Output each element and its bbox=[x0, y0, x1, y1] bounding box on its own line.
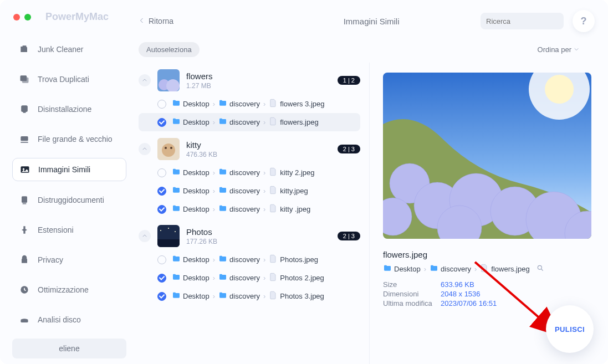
file-name: Photos 2.jpeg bbox=[280, 274, 324, 282]
file-row[interactable]: Desktop›discovery›kitty.jpeg bbox=[139, 182, 360, 200]
file-row[interactable]: Desktop›discovery›flowers.jpeg bbox=[139, 113, 360, 131]
path-file: flowers.jpeg bbox=[491, 265, 529, 273]
collapse-toggle-icon[interactable] bbox=[139, 143, 151, 155]
zoom-window-icon[interactable] bbox=[24, 14, 31, 20]
path-seg: discovery bbox=[441, 265, 471, 273]
select-checkbox[interactable] bbox=[157, 118, 166, 127]
sidebar-item-label: Disinstallazione bbox=[38, 105, 91, 114]
search-box[interactable] bbox=[481, 13, 564, 29]
file-icon bbox=[269, 117, 278, 127]
page-title: Immagini Simili bbox=[271, 17, 472, 26]
sidebar-item-label: Privacy bbox=[38, 255, 63, 264]
collapse-toggle-icon[interactable] bbox=[139, 230, 151, 242]
sidebar-item-label: Ottimizzazione bbox=[38, 285, 89, 294]
result-group: Photos 177.26 KB 2 | 3 Desktop›discovery… bbox=[139, 218, 369, 305]
group-count-badge: 1 | 2 bbox=[338, 76, 360, 85]
file-row[interactable]: Desktop›discovery›Photos 2.jpeg bbox=[139, 269, 360, 287]
meta-mod-label: Ultima modifica bbox=[383, 299, 441, 307]
path-seg: Desktop bbox=[183, 187, 210, 195]
select-checkbox[interactable] bbox=[157, 292, 166, 301]
sort-by-button[interactable]: Ordina per bbox=[538, 45, 579, 54]
sidebar-item[interactable]: Disinstallazione bbox=[12, 98, 126, 120]
group-header[interactable]: flowers 1.27 MB 1 | 2 bbox=[139, 63, 360, 95]
svg-point-21 bbox=[160, 230, 161, 231]
meta-size-value: 633.96 KB bbox=[441, 280, 474, 289]
nav-icon bbox=[19, 164, 30, 175]
sidebar-item[interactable]: Trova Duplicati bbox=[12, 68, 126, 90]
folder-icon bbox=[218, 204, 227, 214]
file-name: kitty 2.jpeg bbox=[280, 168, 314, 177]
sidebar-item[interactable]: Privacy bbox=[12, 249, 126, 271]
file-icon bbox=[269, 204, 278, 214]
file-name: kitty.jpeg bbox=[280, 187, 308, 195]
group-thumbnail bbox=[157, 138, 180, 160]
file-row[interactable]: Desktop›discovery›Photos 3.jpeg bbox=[139, 287, 360, 305]
nav-icon bbox=[19, 194, 30, 206]
sidebar-item-label: File grande & vecchio bbox=[38, 135, 113, 143]
nav-icon bbox=[19, 254, 30, 265]
file-name: flowers.jpeg bbox=[280, 118, 318, 126]
close-window-icon[interactable] bbox=[13, 14, 20, 20]
group-name: Photos bbox=[186, 227, 331, 237]
select-checkbox[interactable] bbox=[157, 255, 166, 264]
path-seg: Desktop bbox=[183, 100, 210, 108]
path-seg: Desktop bbox=[394, 265, 421, 273]
folder-icon bbox=[218, 117, 227, 127]
clean-button[interactable]: PULISCI bbox=[546, 305, 594, 353]
sidebar-item[interactable]: Immagini Simili bbox=[12, 158, 126, 181]
toolbar: Autoseleziona Ordina per bbox=[132, 37, 608, 63]
meta-dim-label: Dimensioni bbox=[383, 290, 441, 298]
meta-mod-value: 2023/07/06 16:51 bbox=[441, 299, 497, 307]
auto-select-button[interactable]: Autoseleziona bbox=[139, 42, 200, 57]
sort-label: Ordina per bbox=[538, 45, 571, 54]
file-row[interactable]: Desktop›discovery›kitty 2.jpeg bbox=[139, 163, 360, 182]
sidebar-item-label: Estensioni bbox=[38, 225, 74, 234]
folder-icon bbox=[430, 264, 438, 274]
folder-icon bbox=[218, 273, 227, 283]
reveal-in-finder-icon[interactable] bbox=[537, 264, 544, 274]
group-header[interactable]: Photos 177.26 KB 2 | 3 bbox=[139, 218, 360, 250]
file-row[interactable]: Desktop›discovery›Photos.jpeg bbox=[139, 250, 360, 269]
path-seg: Desktop bbox=[183, 205, 210, 213]
select-checkbox[interactable] bbox=[157, 187, 166, 196]
svg-rect-10 bbox=[21, 320, 28, 322]
search-input[interactable] bbox=[486, 17, 579, 25]
select-checkbox[interactable] bbox=[157, 168, 166, 177]
results-list: flowers 1.27 MB 1 | 2 Desktop›discovery›… bbox=[132, 63, 370, 364]
group-name: flowers bbox=[186, 71, 331, 81]
group-thumbnail bbox=[157, 69, 180, 91]
select-checkbox[interactable] bbox=[157, 205, 166, 214]
sidebar-item[interactable]: Ottimizzazione bbox=[12, 279, 126, 301]
select-checkbox[interactable] bbox=[157, 100, 166, 109]
nav-icon bbox=[19, 104, 30, 115]
sidebar-item[interactable]: Analisi disco bbox=[12, 309, 126, 331]
help-button[interactable]: ? bbox=[573, 10, 595, 32]
user-chip[interactable]: eliene bbox=[12, 339, 126, 358]
collapse-toggle-icon[interactable] bbox=[139, 74, 151, 86]
group-size: 177.26 KB bbox=[186, 238, 331, 245]
back-button[interactable]: Ritorna bbox=[139, 17, 173, 25]
file-path: Desktop›discovery›kitty .jpeg bbox=[172, 204, 310, 214]
folder-icon bbox=[172, 204, 181, 214]
select-checkbox[interactable] bbox=[157, 274, 166, 283]
path-seg: discovery bbox=[229, 100, 260, 108]
svg-point-26 bbox=[545, 75, 574, 104]
path-seg: Desktop bbox=[183, 274, 210, 282]
main: Ritorna Immagini Simili ? Autoseleziona … bbox=[132, 0, 608, 364]
svg-point-18 bbox=[170, 147, 172, 149]
sidebar-item[interactable]: File grande & vecchio bbox=[12, 128, 126, 150]
file-row[interactable]: Desktop›discovery›flowers 3.jpeg bbox=[139, 95, 360, 113]
path-seg: Desktop bbox=[183, 292, 210, 300]
path-seg: Desktop bbox=[183, 255, 210, 264]
group-header[interactable]: kitty 476.36 KB 2 | 3 bbox=[139, 131, 360, 163]
nav-icon bbox=[19, 74, 30, 85]
sidebar-item[interactable]: Estensioni bbox=[12, 219, 126, 241]
topbar: Ritorna Immagini Simili ? bbox=[132, 0, 608, 37]
file-row[interactable]: Desktop›discovery›kitty .jpeg bbox=[139, 200, 360, 218]
file-path: Desktop›discovery›flowers.jpeg bbox=[172, 117, 319, 127]
sidebar-item[interactable]: Distruggidocumenti bbox=[12, 189, 126, 211]
file-name: Photos.jpeg bbox=[280, 255, 318, 264]
path-seg: discovery bbox=[229, 118, 260, 126]
svg-point-35 bbox=[538, 265, 541, 269]
sidebar-item[interactable]: Junk Cleaner bbox=[12, 38, 126, 60]
